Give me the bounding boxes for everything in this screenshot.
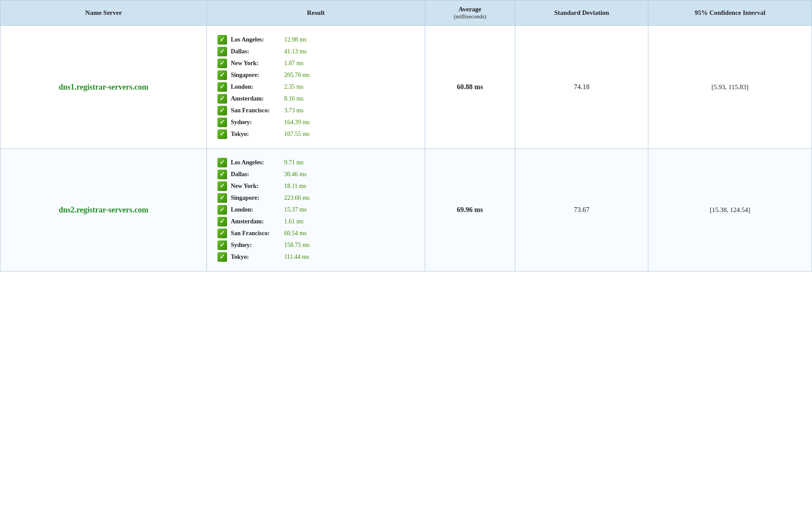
- location-name: Amsterdam:: [231, 218, 279, 225]
- check-icon: [217, 181, 227, 191]
- average-cell: 69.96 ms: [425, 149, 515, 271]
- location-time: 223.66 ms: [284, 195, 309, 202]
- location-name: Singapore:: [231, 72, 279, 79]
- location-row: Amsterdam:1.61 ms: [217, 217, 414, 226]
- header-ci: 95% Confidence Interval: [648, 0, 812, 26]
- dns-results-table: Name Server Result Average (milliseconds…: [0, 0, 812, 271]
- check-icon: [217, 170, 227, 179]
- location-name: Amsterdam:: [231, 95, 279, 102]
- location-row: Dallas:30.46 ms: [217, 170, 414, 179]
- ci-cell: [15.38, 124.54]: [648, 149, 812, 271]
- location-row: Amsterdam:8.16 ms: [217, 94, 414, 104]
- location-row: Sydney:164.39 ms: [217, 118, 414, 127]
- location-time: 158.75 ms: [284, 242, 309, 249]
- header-stddev: Standard Deviation: [515, 0, 648, 26]
- location-row: Los Angeles:12.98 ms: [217, 35, 414, 45]
- location-time: 205.76 ms: [284, 72, 309, 79]
- location-name: New York:: [231, 183, 279, 190]
- location-row: Los Angeles:9.71 ms: [217, 158, 414, 167]
- location-name: Dallas:: [231, 171, 279, 178]
- check-icon: [217, 94, 227, 104]
- location-name: Singapore:: [231, 195, 279, 202]
- check-icon: [217, 106, 227, 115]
- location-name: New York:: [231, 60, 279, 67]
- location-name: Los Angeles:: [231, 159, 279, 166]
- result-cell: Los Angeles:12.98 msDallas:41.13 msNew Y…: [207, 26, 425, 149]
- header-average-label: Average: [458, 6, 481, 13]
- location-name: Sydney:: [231, 119, 279, 126]
- location-row: Dallas:41.13 ms: [217, 47, 414, 56]
- check-icon: [217, 47, 227, 56]
- table-header-row: Name Server Result Average (milliseconds…: [0, 0, 812, 26]
- location-name: San Francisco:: [231, 107, 279, 114]
- check-icon: [217, 35, 227, 45]
- location-name: Tokyo:: [231, 131, 279, 138]
- location-name: Los Angeles:: [231, 36, 279, 43]
- location-row: London:2.35 ms: [217, 82, 414, 92]
- location-time: 111.44 ms: [284, 254, 309, 261]
- check-icon: [217, 229, 227, 238]
- location-time: 2.35 ms: [284, 83, 303, 90]
- check-icon: [217, 205, 227, 215]
- location-name: San Francisco:: [231, 230, 279, 237]
- location-row: London:15.37 ms: [217, 205, 414, 215]
- name-server-cell: dns2.registrar-servers.com: [0, 149, 207, 271]
- check-icon: [217, 158, 227, 167]
- result-cell: Los Angeles:9.71 msDallas:30.46 msNew Yo…: [207, 149, 425, 271]
- location-time: 41.13 ms: [284, 48, 306, 55]
- average-cell: 60.88 ms: [425, 26, 515, 149]
- location-row: San Francisco:3.73 ms: [217, 106, 414, 115]
- location-time: 30.46 ms: [284, 171, 306, 178]
- header-average-sub: (milliseconds): [432, 13, 508, 20]
- location-time: 107.55 ms: [284, 131, 309, 138]
- check-icon: [217, 252, 227, 262]
- location-row: San Francisco:60.54 ms: [217, 229, 414, 238]
- location-row: Singapore:223.66 ms: [217, 193, 414, 203]
- header-name-server: Name Server: [0, 0, 207, 26]
- check-icon: [217, 82, 227, 92]
- location-time: 15.37 ms: [284, 206, 306, 213]
- header-result: Result: [207, 0, 425, 26]
- location-row: Tokyo:107.55 ms: [217, 129, 414, 139]
- check-icon: [217, 70, 227, 80]
- location-row: Tokyo:111.44 ms: [217, 252, 414, 262]
- name-server-cell: dns1.registrar-servers.com: [0, 26, 207, 149]
- check-icon: [217, 240, 227, 250]
- location-time: 9.71 ms: [284, 159, 303, 166]
- stddev-cell: 73.67: [515, 149, 648, 271]
- check-icon: [217, 193, 227, 203]
- check-icon: [217, 217, 227, 226]
- location-time: 12.98 ms: [284, 36, 306, 43]
- location-name: London:: [231, 83, 279, 90]
- location-name: Tokyo:: [231, 254, 279, 261]
- header-average: Average (milliseconds): [425, 0, 515, 26]
- stddev-cell: 74.18: [515, 26, 648, 149]
- location-time: 8.16 ms: [284, 95, 303, 102]
- location-time: 60.54 ms: [284, 230, 306, 237]
- location-name: Sydney:: [231, 242, 279, 249]
- location-name: London:: [231, 206, 279, 213]
- location-name: Dallas:: [231, 48, 279, 55]
- location-time: 1.61 ms: [284, 218, 303, 225]
- location-row: Singapore:205.76 ms: [217, 70, 414, 80]
- location-time: 164.39 ms: [284, 119, 309, 126]
- ci-cell: [5.93, 115.83]: [648, 26, 812, 149]
- check-icon: [217, 118, 227, 127]
- location-time: 3.73 ms: [284, 107, 303, 114]
- location-row: Sydney:158.75 ms: [217, 240, 414, 250]
- location-time: 18.11 ms: [284, 183, 306, 190]
- location-time: 1.87 ms: [284, 60, 303, 67]
- check-icon: [217, 129, 227, 139]
- table-row: dns2.registrar-servers.comLos Angeles:9.…: [0, 149, 812, 271]
- table-row: dns1.registrar-servers.comLos Angeles:12…: [0, 26, 812, 149]
- location-row: New York:18.11 ms: [217, 181, 414, 191]
- location-row: New York:1.87 ms: [217, 59, 414, 68]
- check-icon: [217, 59, 227, 68]
